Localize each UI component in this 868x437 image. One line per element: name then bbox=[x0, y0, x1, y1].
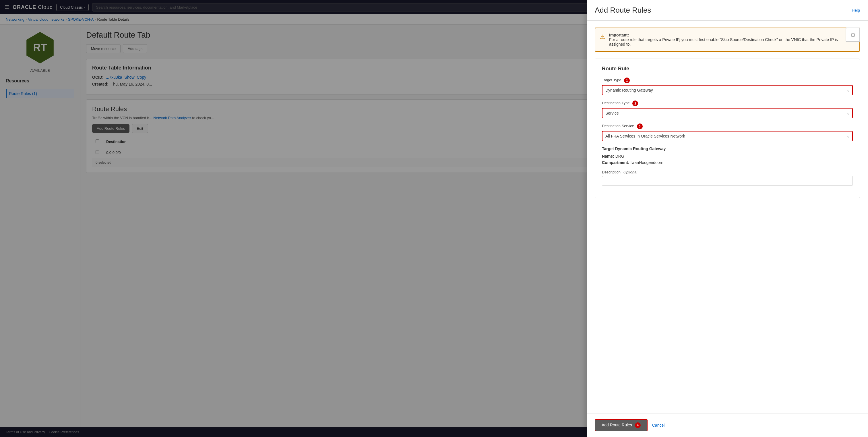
panel-title: Add Route Rules bbox=[595, 6, 651, 14]
drg-name-row: Name: DRG bbox=[602, 154, 853, 158]
drg-compartment-label: Compartment: bbox=[602, 160, 629, 165]
destination-service-select-wrapper: All FRA Services In Oracle Services Netw… bbox=[602, 131, 853, 141]
target-type-group: Target Type 1 Dynamic Routing Gateway bbox=[602, 77, 853, 95]
drg-compartment-row: Compartment: IwanHoogendoorn bbox=[602, 160, 853, 165]
route-rule-section: Route Rule Target Type 1 Dynamic Routing… bbox=[595, 59, 860, 198]
important-text: Important: For a route rule that targets… bbox=[609, 33, 855, 46]
destination-service-label: Destination Service 3 bbox=[602, 123, 853, 129]
drg-name-label: Name: bbox=[602, 154, 614, 158]
destination-type-select-wrapper: Service bbox=[602, 108, 853, 118]
cancel-button[interactable]: Cancel bbox=[652, 423, 665, 428]
target-type-label: Target Type 1 bbox=[602, 77, 853, 83]
panel-footer: Add Route Rules 4 Cancel bbox=[587, 413, 868, 436]
warning-icon: ⚠ bbox=[600, 33, 605, 46]
description-label: Description Optional bbox=[602, 170, 853, 174]
panel-help-link[interactable]: Help bbox=[851, 8, 860, 12]
panel-header: Add Route Rules Help bbox=[587, 0, 868, 21]
step-1-badge: 1 bbox=[624, 77, 630, 83]
add-route-rules-panel: Add Route Rules Help ⚠ Important: For a … bbox=[587, 0, 868, 436]
grid-icon: ⊞ bbox=[851, 32, 855, 38]
drg-compartment-value: IwanHoogendoorn bbox=[631, 160, 663, 165]
submit-add-route-rules-button[interactable]: Add Route Rules 4 bbox=[595, 419, 648, 431]
drg-name-value-text: DRG bbox=[615, 154, 624, 158]
target-drg-title: Target Dynamic Routing Gateway bbox=[602, 147, 853, 151]
destination-type-group: Destination Type 2 Service bbox=[602, 100, 853, 118]
target-type-select-wrapper: Dynamic Routing Gateway bbox=[602, 85, 853, 95]
step-2-badge: 2 bbox=[632, 100, 638, 106]
description-group: Description Optional bbox=[602, 170, 853, 186]
destination-service-group: Destination Service 3 All FRA Services I… bbox=[602, 123, 853, 141]
route-rule-section-title: Route Rule bbox=[602, 66, 853, 72]
step-4-badge: 4 bbox=[635, 423, 641, 428]
help-widget-icon[interactable]: ⊞ bbox=[846, 28, 860, 42]
panel-body: ⚠ Important: For a route rule that targe… bbox=[587, 21, 868, 413]
destination-type-label: Destination Type 2 bbox=[602, 100, 853, 106]
target-drg-section: Target Dynamic Routing Gateway Name: DRG… bbox=[602, 147, 853, 165]
destination-type-select[interactable]: Service bbox=[602, 108, 853, 118]
panel-overlay: Add Route Rules Help ⚠ Important: For a … bbox=[0, 0, 868, 436]
important-banner: ⚠ Important: For a route rule that targe… bbox=[595, 28, 860, 52]
destination-service-select[interactable]: All FRA Services In Oracle Services Netw… bbox=[602, 131, 853, 141]
target-type-select[interactable]: Dynamic Routing Gateway bbox=[602, 85, 853, 95]
step-3-badge: 3 bbox=[637, 123, 643, 129]
description-input[interactable] bbox=[602, 176, 853, 186]
